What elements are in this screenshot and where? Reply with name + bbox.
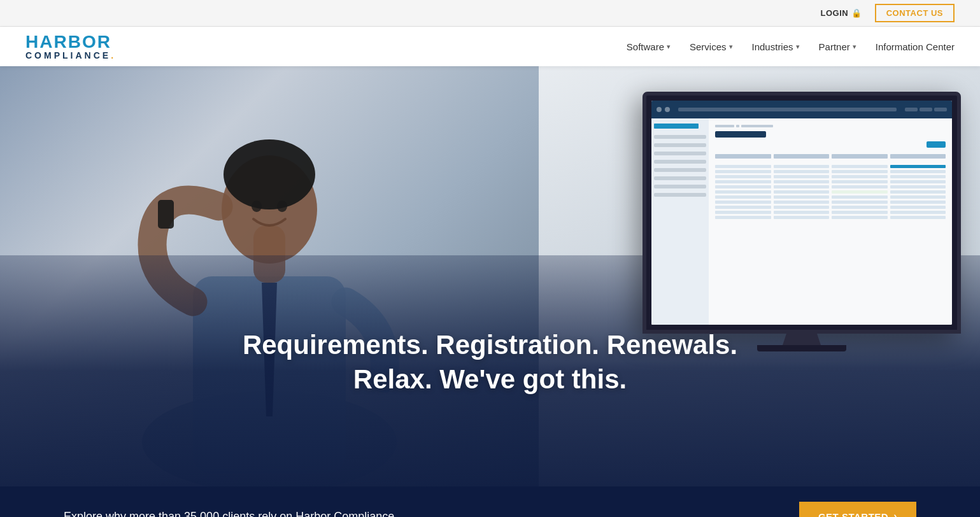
monitor-table-row-2: [715, 170, 946, 173]
monitor-btn-3: [934, 108, 947, 111]
monitor-top-bar: [651, 101, 952, 118]
nav-information-center[interactable]: Information Center: [876, 41, 955, 52]
get-started-button[interactable]: GET STARTED ›: [799, 502, 916, 517]
monitor-main-content: [709, 118, 952, 325]
hero-headline: Requirements. Registration. Renewals. Re…: [0, 328, 980, 397]
svg-point-7: [252, 201, 262, 212]
monitor-dot-2: [665, 107, 670, 112]
monitor-sidebar-item-1: [654, 135, 706, 139]
monitor-screen-outer: [643, 92, 961, 334]
cta-banner: Explore why more than 35,000 clients rel…: [0, 486, 980, 517]
lock-icon: 🔒: [851, 8, 862, 18]
nav-software[interactable]: Software ▾: [627, 41, 671, 52]
hero-headline-line1: Requirements. Registration. Renewals.: [0, 328, 980, 363]
monitor-table-body: [715, 165, 946, 219]
monitor-sidebar-item-4: [654, 160, 706, 164]
monitor-sidebar-item-5: [654, 168, 706, 172]
monitor-managed-cell: [832, 190, 888, 194]
nav-partner[interactable]: Partner ▾: [819, 41, 856, 52]
monitor-screen: [651, 101, 952, 325]
monitor-col-4: [890, 154, 946, 159]
contact-us-button[interactable]: CONTACT US: [875, 4, 955, 22]
monitor-col-2: [774, 154, 830, 159]
get-started-label: GET STARTED: [818, 511, 888, 518]
monitor-table-row-9: [715, 206, 946, 209]
chevron-down-icon: ▾: [796, 43, 800, 51]
monitor-btn-1: [905, 108, 918, 111]
monitor-dot-1: [657, 107, 662, 112]
monitor-col-3: [832, 154, 888, 159]
chevron-down-icon: ▾: [853, 43, 856, 51]
top-bar: LOGIN 🔒 CONTACT US: [0, 0, 980, 27]
chevron-down-icon: ▾: [667, 43, 671, 51]
login-label: LOGIN: [821, 8, 849, 18]
logo-dot: .: [111, 50, 116, 60]
nav-industries[interactable]: Industries ▾: [752, 41, 800, 52]
monitor-sidebar-item-8: [654, 193, 706, 197]
login-link[interactable]: LOGIN 🔒: [821, 8, 862, 18]
monitor-illustration: [643, 92, 961, 359]
monitor-table-row-11: [715, 216, 946, 219]
logo-compliance: COMPLIANCE.: [25, 51, 116, 60]
hero-text-container: Requirements. Registration. Renewals. Re…: [0, 328, 980, 397]
cta-arrow-icon: ›: [893, 511, 897, 517]
svg-point-8: [277, 201, 287, 212]
monitor-content-area: [651, 118, 952, 325]
monitor-breadcrumb-2: [741, 125, 773, 127]
monitor-sidebar-item-7: [654, 185, 706, 188]
monitor-btn-2: [920, 108, 932, 111]
hero-headline-line2: Relax. We've got this.: [0, 362, 980, 397]
cta-text: Explore why more than 35,000 clients rel…: [64, 510, 394, 518]
nav-services[interactable]: Services ▾: [690, 41, 733, 52]
monitor-sidebar-item-3: [654, 152, 706, 155]
site-header: HARBOR COMPLIANCE. Software ▾ Services ▾…: [0, 27, 980, 66]
monitor-table-header: [715, 154, 946, 159]
monitor-table-row-8: [715, 201, 946, 204]
monitor-sidebar-item-6: [654, 176, 706, 180]
logo-harbor: HARBOR: [25, 33, 116, 51]
monitor-logo: [654, 124, 699, 129]
monitor-address-bar: [678, 108, 897, 111]
monitor-breadcrumb: [715, 125, 946, 127]
monitor-table-row-10: [715, 211, 946, 214]
monitor-table-row-4: [715, 180, 946, 183]
chevron-down-icon: ▾: [729, 43, 733, 51]
monitor-table-row-3: [715, 175, 946, 178]
monitor-action-button: [927, 141, 946, 148]
main-nav: Software ▾ Services ▾ Industries ▾ Partn…: [627, 41, 955, 52]
hero-section: Requirements. Registration. Renewals. Re…: [0, 66, 980, 486]
monitor-table-row-1: [715, 165, 946, 168]
monitor-table-row-6: [715, 190, 946, 194]
monitor-breadcrumb-1: [715, 125, 734, 127]
svg-rect-6: [158, 200, 174, 229]
monitor-sidebar-item-2: [654, 143, 706, 147]
monitor-sidebar: [651, 118, 709, 325]
monitor-table-row-7: [715, 195, 946, 199]
site-logo[interactable]: HARBOR COMPLIANCE.: [25, 33, 116, 60]
monitor-col-1: [715, 154, 771, 159]
monitor-breadcrumb-sep: [736, 125, 739, 127]
monitor-nav-buttons: [905, 108, 947, 111]
monitor-page-title: [715, 131, 766, 138]
monitor-table-row-5: [715, 185, 946, 188]
svg-point-5: [224, 139, 315, 209]
